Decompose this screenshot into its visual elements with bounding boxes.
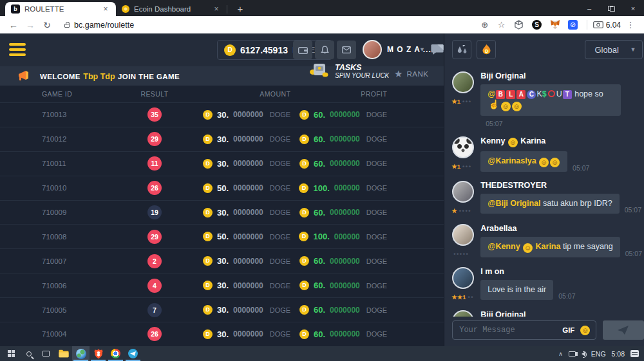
chat-username[interactable]: Biji Original: [480, 310, 643, 317]
chat-username[interactable]: Arabellaa: [480, 224, 643, 233]
profit-cell: D60.0000000DOGE: [290, 305, 387, 315]
value-decimals: 0000000: [330, 208, 360, 217]
chat-channel-select[interactable]: Global ▼: [585, 40, 643, 59]
message-bubble[interactable]: @BLACK$UT hope so ☝☺☺: [480, 84, 621, 116]
table-row[interactable]: 7100057D30.0000000DOGED60.0000000DOGE: [0, 297, 444, 322]
refresh-icon[interactable]: ↻: [40, 20, 54, 30]
gif-button[interactable]: GIF: [562, 326, 574, 334]
new-tab-button[interactable]: +: [234, 3, 247, 14]
network-icon[interactable]: [569, 351, 576, 356]
back-icon[interactable]: ←: [6, 20, 21, 30]
window-minimize-button[interactable]: –: [578, 0, 600, 16]
telegram-button[interactable]: [124, 346, 142, 361]
game-id: 710009: [42, 208, 106, 216]
table-row[interactable]: 7100072D30.0000000DOGED60.0000000DOGE: [0, 248, 444, 273]
chat-username[interactable]: Biji Original: [480, 71, 643, 80]
table-row[interactable]: 71000919D30.0000000DOGED60.0000000DOGE: [0, 200, 444, 225]
chat-message-list[interactable]: ★1•••Biji Original@BLACK$UT hope so ☝☺☺0…: [444, 66, 644, 317]
clock[interactable]: 5:08: [612, 350, 625, 358]
message-bubble[interactable]: @Kenny ☺ Karina tip me sayang: [480, 237, 620, 257]
table-row[interactable]: 71000426D30.0000000DOGED60.0000000DOGE: [0, 322, 444, 346]
value-integer: 100.: [313, 232, 329, 241]
letter-chip: T: [563, 90, 572, 99]
value-integer: 30.: [217, 159, 229, 169]
coin-rain-button[interactable]: [452, 40, 471, 59]
window-maximize-button[interactable]: [600, 0, 622, 16]
language-indicator[interactable]: ENG: [591, 350, 606, 358]
tasks-widget[interactable]: TASKS SPIN YOUR LUCK: [308, 61, 389, 80]
avatar[interactable]: [452, 71, 474, 93]
start-button[interactable]: [3, 346, 20, 361]
result-cell: 26: [106, 181, 203, 195]
avatar[interactable]: [452, 267, 474, 289]
chevron-down-icon[interactable]: ▼: [419, 46, 425, 53]
address-bar[interactable]: bc.game/roulette: [64, 21, 475, 30]
send-message-button[interactable]: [603, 320, 644, 340]
price-ticker-extension[interactable]: 6.04: [593, 21, 621, 30]
result-cell: 19: [106, 205, 203, 219]
game-id: 710007: [42, 257, 106, 265]
taskbar-search-button[interactable]: [20, 346, 37, 361]
tab-close-icon[interactable]: ×: [101, 5, 110, 14]
user-avatar[interactable]: [363, 40, 382, 59]
messages-button[interactable]: [337, 41, 356, 59]
forward-icon[interactable]: →: [23, 20, 37, 30]
avatar[interactable]: [452, 181, 474, 203]
wallet-button[interactable]: [293, 41, 312, 59]
chat-toggle-button[interactable]: [429, 41, 446, 58]
table-row[interactable]: 7100064D30.0000000DOGED60.0000000DOGE: [0, 273, 444, 297]
table-row[interactable]: 71001111D30.0000000DOGED60.0000000DOGE: [0, 151, 444, 176]
avatar[interactable]: [452, 224, 474, 246]
value-integer: 60.: [314, 305, 325, 315]
chat-channel-value: Global: [594, 45, 619, 55]
window-close-button[interactable]: ×: [622, 0, 644, 16]
tab-roulette[interactable]: b ROULETTE ×: [5, 2, 116, 16]
chat-username[interactable]: Kenny ☺ Karina: [480, 136, 643, 147]
chat-username[interactable]: I m on: [480, 267, 643, 276]
value-integer: 30.: [217, 208, 229, 218]
chat-username[interactable]: THEDESTROYER: [480, 181, 643, 190]
value-decimals: 0000000: [233, 183, 263, 192]
active-app-globe-button[interactable]: [72, 346, 90, 361]
share-icon[interactable]: ⊕: [478, 20, 492, 30]
currency-label: DOGE: [270, 111, 290, 118]
game-id: 710011: [42, 160, 106, 167]
tab-ecoin-dashboard[interactable]: Ecoin Dashboard ×: [116, 2, 227, 16]
rank-widget[interactable]: ★ RANK: [394, 69, 428, 79]
speaker-icon[interactable]: [582, 351, 585, 356]
bookmark-star-icon[interactable]: ☆: [495, 20, 509, 30]
chrome-button[interactable]: [107, 346, 124, 361]
result-cell: 29: [106, 230, 203, 244]
chat-input-container[interactable]: GIF ☺: [452, 320, 596, 340]
action-center-icon[interactable]: [630, 350, 639, 357]
browser-menu-icon[interactable]: ⋮: [623, 20, 638, 30]
table-row[interactable]: 71001026D50.0000000DOGED100.000000DOGE: [0, 176, 444, 200]
notifications-button[interactable]: [315, 41, 334, 59]
level-stars: ★1: [451, 163, 460, 170]
hamburger-menu-icon[interactable]: [9, 43, 26, 59]
extension-s-icon[interactable]: S: [531, 19, 543, 31]
table-row[interactable]: 71001335D30.0000000DOGED60.0000000DOGE: [0, 102, 444, 127]
avatar[interactable]: [452, 136, 474, 158]
letter-chip: B: [496, 90, 505, 99]
avatar[interactable]: [452, 310, 474, 317]
message-bubble[interactable]: Love is in the air: [480, 280, 553, 300]
currency-label: DOGE: [366, 233, 387, 241]
message-bubble[interactable]: @Karinaslya ☺☺: [480, 151, 567, 172]
tab-close-icon[interactable]: ×: [212, 5, 221, 14]
emoji-picker-icon[interactable]: ☺: [580, 326, 590, 335]
chat-message-input[interactable]: [459, 326, 557, 335]
file-explorer-button[interactable]: [55, 346, 72, 361]
value-decimals: 0000000: [233, 232, 263, 241]
message-bubble[interactable]: @Biji Original satu akun brp IDR?: [480, 194, 620, 214]
tray-expand-icon[interactable]: ∧: [558, 351, 563, 357]
task-view-button[interactable]: [37, 346, 55, 361]
table-row[interactable]: 71001229D30.0000000DOGED60.0000000DOGE: [0, 127, 444, 151]
extension-zero-icon[interactable]: ⊘: [567, 19, 579, 31]
table-row[interactable]: 71000829D50.0000000DOGED100.000000DOGE: [0, 224, 444, 248]
brave-browser-button[interactable]: [90, 346, 107, 361]
url-text[interactable]: bc.game/roulette: [74, 21, 134, 30]
extension-cube-icon[interactable]: [513, 19, 525, 31]
coin-drop-fire-button[interactable]: D: [477, 40, 496, 59]
metamask-fox-icon[interactable]: [549, 19, 561, 31]
